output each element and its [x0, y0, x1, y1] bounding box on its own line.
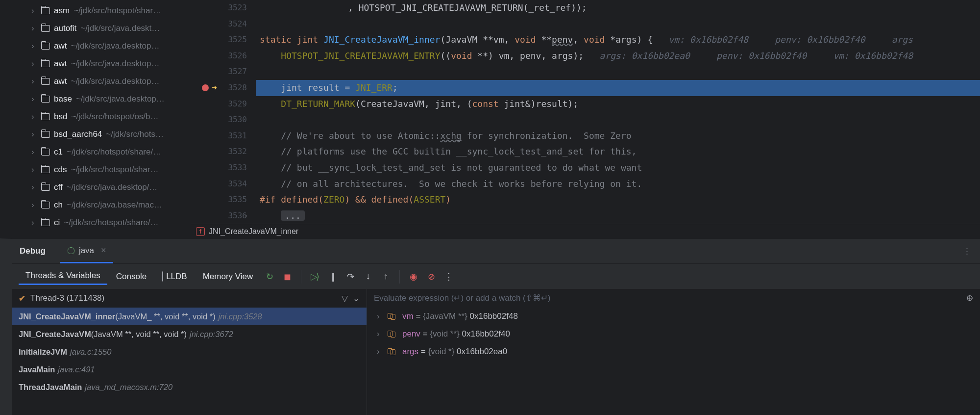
tree-item[interactable]: › awt~/jdk/src/java.desktop…: [0, 37, 191, 55]
frames-panel: ✔ Thread-3 (1711438) ▽ ⌄ JNI_CreateJavaV…: [12, 289, 367, 415]
tab-threads-vars[interactable]: Threads & Variables: [19, 268, 107, 285]
stack-frame[interactable]: JNI_CreateJavaVM_inner(JavaVM_ **, void …: [12, 308, 367, 325]
breadcrumb-text: JNI_CreateJavaVM_inner: [209, 227, 298, 236]
chevron-right-icon: ›: [31, 59, 38, 69]
folder-icon: [41, 219, 50, 226]
panel-options-icon[interactable]: ⋮: [963, 246, 971, 257]
tree-item[interactable]: › cff~/jdk/src/java.desktop/…: [0, 179, 191, 196]
debug-title: Debug: [20, 246, 46, 256]
debug-session-tab[interactable]: java ×: [60, 239, 113, 263]
variables-panel: Evaluate expression (↵) or add a watch (…: [367, 289, 980, 415]
chevron-right-icon: ›: [31, 182, 38, 192]
variable-icon: [388, 313, 397, 320]
tree-item[interactable]: › bsd~/jdk/src/hotspot/os/b…: [0, 108, 191, 126]
stack-frame[interactable]: JavaMainjava.c:491: [12, 361, 367, 378]
stack-frame[interactable]: ThreadJavaMainjava_md_macosx.m:720: [12, 378, 367, 396]
variable-row[interactable]: › args = {void *} 0x16bb02ea0: [367, 343, 980, 361]
folder-icon: [41, 149, 50, 156]
tab-lldb[interactable]: LLDB: [155, 269, 194, 285]
chevron-right-icon: ›: [31, 41, 38, 51]
variable-row[interactable]: › vm = {JavaVM **} 0x16bb02f48: [367, 308, 980, 325]
folder-icon: [41, 113, 50, 120]
folder-icon: [41, 25, 50, 32]
tree-item[interactable]: › cds~/jdk/src/hotspot/shar…: [0, 161, 191, 179]
folder-icon: [41, 202, 50, 208]
chevron-right-icon: ›: [31, 200, 38, 210]
tab-console[interactable]: Console: [109, 269, 153, 285]
chevron-right-icon: ›: [31, 218, 38, 228]
execution-pointer-icon: ➜: [212, 80, 217, 96]
tree-item[interactable]: › c1~/jdk/src/hotspot/share/…: [0, 143, 191, 161]
tree-item[interactable]: › ch~/jdk/src/java.base/mac…: [0, 196, 191, 214]
resume-icon[interactable]: ▷⟩: [307, 269, 323, 285]
close-session-icon[interactable]: ×: [101, 245, 106, 256]
folder-icon: [41, 96, 50, 103]
chevron-right-icon: ›: [377, 329, 383, 339]
editor-code[interactable]: , HOTSPOT_JNI_CREATEJAVAVM_RETURN(_ret_r…: [256, 0, 980, 224]
folder-icon: [41, 43, 50, 50]
func-badge: f: [196, 227, 205, 236]
add-watch-icon[interactable]: ⊕: [966, 293, 973, 303]
chevron-right-icon: ›: [31, 77, 38, 86]
eval-input[interactable]: Evaluate expression (↵) or add a watch (…: [374, 293, 550, 303]
chevron-right-icon: ›: [31, 130, 38, 139]
editor: 35233524352535263527➜3528352935303531353…: [191, 0, 980, 238]
pause-icon[interactable]: ‖: [325, 269, 341, 285]
thread-name[interactable]: Thread-3 (1711438): [30, 293, 104, 303]
tree-item[interactable]: › ci~/jdk/src/hotspot/share/…: [0, 214, 191, 232]
tree-item[interactable]: › base~/jdk/src/java.desktop…: [0, 90, 191, 108]
project-tree[interactable]: › asm~/jdk/src/hotspot/shar…› autofit~/j…: [0, 0, 191, 238]
folder-icon: [41, 131, 50, 138]
tree-item[interactable]: › awt~/jdk/src/java.desktop…: [0, 55, 191, 73]
tree-item[interactable]: › autofit~/jdk/src/java.deskt…: [0, 20, 191, 37]
chevron-right-icon: ›: [31, 147, 38, 157]
step-over-icon[interactable]: ↷: [343, 269, 358, 285]
chevron-right-icon: ›: [377, 347, 383, 357]
tree-item[interactable]: › awt~/jdk/src/java.desktop…: [0, 73, 191, 90]
stack-frame[interactable]: InitializeJVMjava.c:1550: [12, 343, 367, 361]
variable-icon: [388, 331, 397, 337]
lldb-icon: [162, 271, 163, 282]
debug-panel: Debug java × ⋮ Threads & Variables Conso…: [0, 238, 980, 415]
tree-item[interactable]: › asm~/jdk/src/hotspot/shar…: [0, 2, 191, 20]
tab-memory[interactable]: Memory View: [196, 269, 260, 285]
variable-icon: [388, 348, 397, 355]
session-name: java: [79, 246, 94, 256]
more-icon[interactable]: ⋮: [441, 269, 457, 285]
view-breakpoints-icon[interactable]: ◉: [406, 269, 421, 285]
bug-icon: [67, 247, 75, 255]
chevron-right-icon: ›: [31, 165, 38, 175]
folder-icon: [41, 184, 50, 191]
chevron-right-icon: ›: [31, 112, 38, 122]
chevron-right-icon: ›: [31, 6, 38, 16]
step-into-icon[interactable]: ↓: [360, 269, 376, 285]
variable-row[interactable]: › penv = {void **} 0x16bb02f40: [367, 325, 980, 343]
folder-icon: [41, 166, 50, 173]
debug-toolbar: Threads & Variables Console LLDB Memory …: [12, 263, 980, 289]
thread-check-icon: ✔: [19, 293, 25, 304]
thread-dropdown-icon[interactable]: ⌄: [353, 293, 360, 304]
folder-icon: [41, 60, 50, 67]
stack-frame[interactable]: JNI_CreateJavaVM(JavaVM **, void **, voi…: [12, 325, 367, 343]
filter-icon[interactable]: ▽: [342, 293, 348, 304]
breakpoint-icon[interactable]: [202, 84, 209, 91]
breadcrumb[interactable]: f JNI_CreateJavaVM_inner: [191, 224, 980, 238]
folder-icon: [41, 7, 50, 14]
fold-icon[interactable]: ›: [244, 208, 248, 224]
rerun-icon[interactable]: ↻: [262, 269, 277, 285]
chevron-right-icon: ›: [31, 94, 38, 104]
mute-breakpoints-icon[interactable]: ⊘: [423, 269, 439, 285]
editor-gutter[interactable]: 35233524352535263527➜3528352935303531353…: [191, 0, 256, 224]
stop-icon[interactable]: ◼: [279, 269, 295, 285]
tree-item[interactable]: › bsd_aarch64~/jdk/src/hots…: [0, 126, 191, 143]
step-out-icon[interactable]: ↑: [378, 269, 393, 285]
folder-icon: [41, 78, 50, 85]
chevron-right-icon: ›: [377, 311, 383, 321]
chevron-right-icon: ›: [31, 24, 38, 33]
